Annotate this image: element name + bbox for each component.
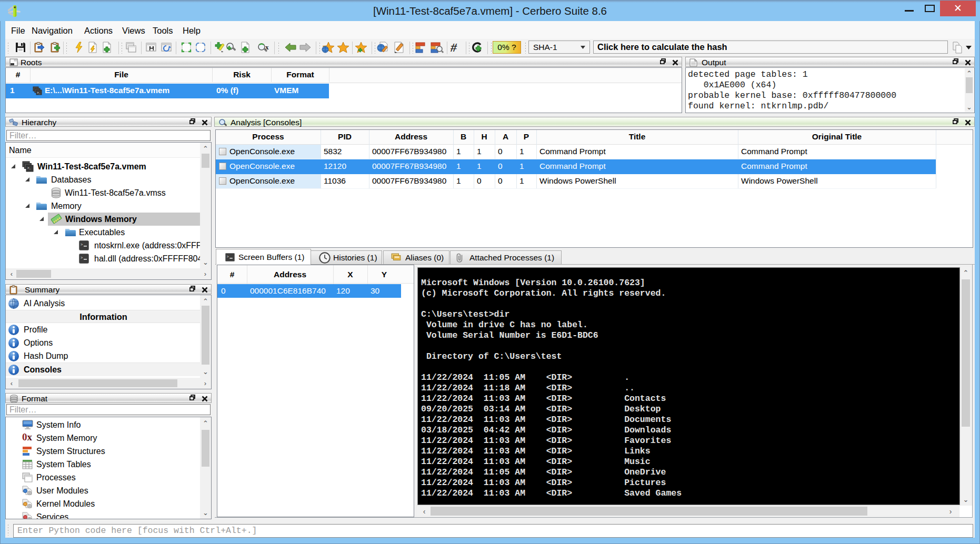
svg-text:#: # (450, 42, 457, 53)
svg-text:>_: >_ (27, 166, 32, 170)
svg-text:>: > (227, 255, 229, 259)
svg-text:>: > (81, 243, 83, 247)
svg-text:>: > (81, 256, 83, 260)
svg-text:>_: >_ (37, 92, 41, 95)
svg-text:x: x (265, 43, 269, 51)
